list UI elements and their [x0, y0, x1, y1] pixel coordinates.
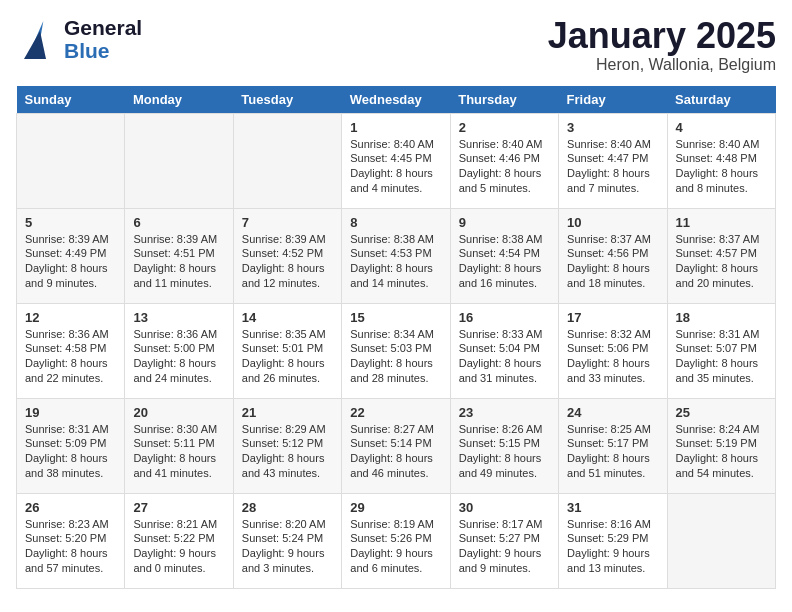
day-number: 16: [459, 310, 550, 325]
day-cell: 30Sunrise: 8:17 AMSunset: 5:27 PMDayligh…: [450, 493, 558, 588]
day-info: Daylight: 8 hours: [567, 451, 658, 466]
day-cell: 11Sunrise: 8:37 AMSunset: 4:57 PMDayligh…: [667, 208, 775, 303]
day-info: Sunrise: 8:39 AM: [133, 232, 224, 247]
day-info: Sunset: 4:56 PM: [567, 246, 658, 261]
day-info: and 46 minutes.: [350, 466, 441, 481]
day-info: Daylight: 8 hours: [133, 451, 224, 466]
day-number: 11: [676, 215, 767, 230]
day-info: Daylight: 8 hours: [242, 451, 333, 466]
day-cell: [17, 113, 125, 208]
day-number: 27: [133, 500, 224, 515]
day-info: Sunrise: 8:37 AM: [676, 232, 767, 247]
day-number: 18: [676, 310, 767, 325]
day-info: and 9 minutes.: [25, 276, 116, 291]
day-number: 12: [25, 310, 116, 325]
day-number: 20: [133, 405, 224, 420]
day-info: and 22 minutes.: [25, 371, 116, 386]
day-info: and 35 minutes.: [676, 371, 767, 386]
day-info: Sunrise: 8:17 AM: [459, 517, 550, 532]
day-number: 26: [25, 500, 116, 515]
day-info: Daylight: 9 hours: [350, 546, 441, 561]
day-cell: 6Sunrise: 8:39 AMSunset: 4:51 PMDaylight…: [125, 208, 233, 303]
day-number: 8: [350, 215, 441, 230]
day-info: Sunset: 4:52 PM: [242, 246, 333, 261]
day-number: 4: [676, 120, 767, 135]
day-cell: 14Sunrise: 8:35 AMSunset: 5:01 PMDayligh…: [233, 303, 341, 398]
day-info: Daylight: 8 hours: [567, 356, 658, 371]
day-info: Sunset: 5:07 PM: [676, 341, 767, 356]
day-cell: 22Sunrise: 8:27 AMSunset: 5:14 PMDayligh…: [342, 398, 450, 493]
day-info: Sunrise: 8:16 AM: [567, 517, 658, 532]
day-info: Sunrise: 8:25 AM: [567, 422, 658, 437]
day-info: Sunrise: 8:33 AM: [459, 327, 550, 342]
day-info: Sunset: 5:19 PM: [676, 436, 767, 451]
day-info: Sunrise: 8:32 AM: [567, 327, 658, 342]
col-tuesday: Tuesday: [233, 86, 341, 114]
calendar-table: Sunday Monday Tuesday Wednesday Thursday…: [16, 86, 776, 589]
day-info: and 11 minutes.: [133, 276, 224, 291]
header: General Blue January 2025 Heron, Walloni…: [16, 16, 776, 74]
day-info: Sunrise: 8:34 AM: [350, 327, 441, 342]
day-info: Sunset: 4:47 PM: [567, 151, 658, 166]
day-info: and 7 minutes.: [567, 181, 658, 196]
day-info: Sunrise: 8:40 AM: [676, 137, 767, 152]
day-info: Sunset: 5:09 PM: [25, 436, 116, 451]
week-row-1: 1Sunrise: 8:40 AMSunset: 4:45 PMDaylight…: [17, 113, 776, 208]
day-info: Daylight: 8 hours: [242, 261, 333, 276]
day-number: 17: [567, 310, 658, 325]
day-number: 19: [25, 405, 116, 420]
day-cell: 20Sunrise: 8:30 AMSunset: 5:11 PMDayligh…: [125, 398, 233, 493]
day-info: Sunset: 4:49 PM: [25, 246, 116, 261]
day-cell: 1Sunrise: 8:40 AMSunset: 4:45 PMDaylight…: [342, 113, 450, 208]
week-row-2: 5Sunrise: 8:39 AMSunset: 4:49 PMDaylight…: [17, 208, 776, 303]
day-info: Sunrise: 8:31 AM: [676, 327, 767, 342]
day-info: Sunrise: 8:36 AM: [133, 327, 224, 342]
day-info: Sunset: 5:14 PM: [350, 436, 441, 451]
day-info: and 43 minutes.: [242, 466, 333, 481]
day-info: Sunrise: 8:20 AM: [242, 517, 333, 532]
day-info: Sunset: 4:46 PM: [459, 151, 550, 166]
day-info: Daylight: 8 hours: [133, 261, 224, 276]
day-info: and 3 minutes.: [242, 561, 333, 576]
day-info: Sunset: 5:00 PM: [133, 341, 224, 356]
day-cell: 19Sunrise: 8:31 AMSunset: 5:09 PMDayligh…: [17, 398, 125, 493]
day-info: Daylight: 8 hours: [567, 166, 658, 181]
day-info: Sunset: 5:17 PM: [567, 436, 658, 451]
day-info: Daylight: 9 hours: [133, 546, 224, 561]
day-info: Sunrise: 8:29 AM: [242, 422, 333, 437]
day-info: Sunrise: 8:21 AM: [133, 517, 224, 532]
day-info: Daylight: 8 hours: [567, 261, 658, 276]
day-info: Sunrise: 8:38 AM: [459, 232, 550, 247]
day-info: and 31 minutes.: [459, 371, 550, 386]
day-cell: 7Sunrise: 8:39 AMSunset: 4:52 PMDaylight…: [233, 208, 341, 303]
day-cell: 9Sunrise: 8:38 AMSunset: 4:54 PMDaylight…: [450, 208, 558, 303]
day-info: Sunrise: 8:39 AM: [242, 232, 333, 247]
day-info: Sunrise: 8:36 AM: [25, 327, 116, 342]
day-info: Sunrise: 8:35 AM: [242, 327, 333, 342]
day-info: Daylight: 8 hours: [676, 261, 767, 276]
day-info: Sunrise: 8:30 AM: [133, 422, 224, 437]
day-info: Sunset: 5:01 PM: [242, 341, 333, 356]
col-sunday: Sunday: [17, 86, 125, 114]
logo-general: General: [64, 16, 142, 39]
day-info: and 14 minutes.: [350, 276, 441, 291]
day-info: Sunset: 5:22 PM: [133, 531, 224, 546]
day-info: Sunrise: 8:26 AM: [459, 422, 550, 437]
day-info: Daylight: 8 hours: [459, 261, 550, 276]
logo: General Blue: [16, 16, 142, 62]
day-info: and 5 minutes.: [459, 181, 550, 196]
day-cell: 25Sunrise: 8:24 AMSunset: 5:19 PMDayligh…: [667, 398, 775, 493]
day-info: Sunset: 4:57 PM: [676, 246, 767, 261]
day-number: 14: [242, 310, 333, 325]
day-info: Daylight: 8 hours: [459, 356, 550, 371]
day-number: 29: [350, 500, 441, 515]
day-number: 30: [459, 500, 550, 515]
day-info: Daylight: 9 hours: [567, 546, 658, 561]
day-cell: 18Sunrise: 8:31 AMSunset: 5:07 PMDayligh…: [667, 303, 775, 398]
day-info: and 4 minutes.: [350, 181, 441, 196]
day-number: 10: [567, 215, 658, 230]
day-info: Daylight: 8 hours: [25, 546, 116, 561]
day-info: Sunset: 5:12 PM: [242, 436, 333, 451]
day-info: and 12 minutes.: [242, 276, 333, 291]
day-info: Sunset: 4:48 PM: [676, 151, 767, 166]
